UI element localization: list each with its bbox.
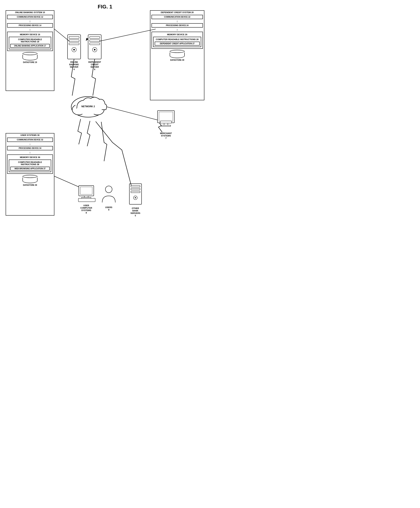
svg-point-50 <box>105 186 112 193</box>
svg-point-15 <box>92 47 97 52</box>
svg-text:NETWORK 2: NETWORK 2 <box>81 105 95 108</box>
svg-text:USERS: USERS <box>105 206 112 209</box>
datastore-19: DATASTORE 19 <box>6 52 54 63</box>
app-27: DEPENDENT CREDIT APPLICATION 27 <box>155 42 200 45</box>
svg-rect-34 <box>159 112 173 121</box>
proc-device-24: PROCESSING DEVICE 24 <box>151 23 203 28</box>
svg-line-22 <box>99 29 156 41</box>
figure-title: FIG. 1 <box>4 4 206 10</box>
svg-rect-13 <box>90 40 100 42</box>
svg-point-27 <box>87 99 101 111</box>
svg-text:1: 1 <box>94 34 95 37</box>
svg-point-58 <box>135 197 136 198</box>
svg-rect-14 <box>90 43 100 45</box>
proc-device-34: PROCESSING DEVICE 34 <box>7 146 53 150</box>
memory-device-26-title: MEMORY DEVICE 26 <box>153 33 202 36</box>
memory-device-36-title: MEMORY DEVICE 36 <box>8 156 52 159</box>
user-systems-box: USER SYSTEMS 30 COMMUNICATION DEVICE 32 … <box>6 133 54 216</box>
app-37: WEB BROWSING APPLICATION 37 <box>10 167 50 171</box>
svg-text:CREDIT: CREDIT <box>91 63 99 66</box>
svg-text:4: 4 <box>74 68 75 70</box>
svg-text:BANK: BANK <box>132 209 138 212</box>
svg-rect-41 <box>79 186 94 196</box>
app-17: ONLINE BANKING APPLICATION 17 <box>10 44 50 48</box>
comm-device-22: COMMUNICATION DEVICE 22 <box>151 15 203 19</box>
svg-text:COMPUTER: COMPUTER <box>80 207 92 209</box>
svg-text:SYSTEMS: SYSTEMS <box>161 134 171 137</box>
svg-point-28 <box>74 107 102 114</box>
svg-text:SERVER: SERVER <box>90 66 99 68</box>
svg-text:6: 6 <box>94 68 95 70</box>
svg-text:SYSTEMS: SYSTEMS <box>81 209 91 211</box>
svg-rect-35 <box>164 123 168 126</box>
svg-point-6 <box>73 49 75 50</box>
svg-text:ONLINE: ONLINE <box>70 61 78 63</box>
svg-rect-54 <box>131 186 140 187</box>
arrow-6: ↕ <box>6 151 54 154</box>
comm-device-32: COMMUNICATION DEVICE 32 <box>7 138 53 142</box>
arrow-3: ↕ <box>150 20 204 22</box>
svg-text:MERCHANT: MERCHANT <box>160 132 172 134</box>
svg-point-24 <box>72 105 85 115</box>
svg-line-21 <box>54 29 69 41</box>
arrow-1: ↕ <box>6 20 54 22</box>
svg-rect-42 <box>80 187 92 194</box>
svg-rect-33 <box>158 111 174 123</box>
svg-point-57 <box>134 196 137 200</box>
cri-18-title: COMPUTER READABLE INSTRUCTIONS 18 <box>10 38 50 43</box>
svg-text:SERVER: SERVER <box>70 66 78 68</box>
svg-point-5 <box>72 47 76 52</box>
svg-point-25 <box>91 105 104 115</box>
svg-rect-37 <box>160 121 172 123</box>
svg-text:BANKING: BANKING <box>69 63 79 66</box>
svg-rect-36 <box>161 125 171 126</box>
svg-line-32 <box>54 176 84 189</box>
svg-rect-1 <box>68 35 81 59</box>
svg-rect-2 <box>69 37 79 38</box>
arrow-4: ↕ <box>150 28 204 31</box>
svg-text:7: 7 <box>165 137 166 139</box>
svg-text:9: 9 <box>108 209 109 211</box>
svg-rect-55 <box>131 188 140 190</box>
svg-rect-11 <box>88 35 101 59</box>
svg-rect-45 <box>78 198 95 202</box>
svg-text:OTHER: OTHER <box>132 207 139 209</box>
svg-point-23 <box>71 97 105 117</box>
svg-rect-4 <box>69 43 79 45</box>
svg-point-16 <box>94 49 95 50</box>
svg-rect-12 <box>90 37 100 38</box>
cri-38-title: COMPUTER READABLE INSTRUCTIONS 38 <box>10 160 50 166</box>
svg-rect-3 <box>69 40 79 42</box>
dep-credit-system-title: DEPENDENT CREDIT SYSTEM 20 <box>150 11 204 14</box>
online-banking-system-title: ONLINE BANKING SYSTEM 10 <box>6 11 54 14</box>
proc-device-14: PROCESSING DEVICE 14 <box>7 23 53 28</box>
online-banking-system-box: ONLINE BANKING SYSTEM 10 COMMUNICATION D… <box>6 10 54 91</box>
svg-text:DEPENDENT: DEPENDENT <box>88 61 101 63</box>
svg-text:8: 8 <box>86 212 87 214</box>
svg-line-31 <box>107 107 158 120</box>
svg-rect-56 <box>131 191 140 193</box>
svg-text:5: 5 <box>135 214 136 217</box>
svg-rect-43 <box>84 196 88 198</box>
svg-text:SERVERS: SERVERS <box>130 212 140 214</box>
svg-rect-53 <box>129 184 142 204</box>
cri-28-title: COMPUTER READABLE INSTRUCTIONS 28 <box>154 38 200 41</box>
datastore-39-left: DATASTORE 39 <box>6 175 54 186</box>
datastore-39-right: DATASTORE 39 <box>150 50 204 61</box>
svg-text:USER: USER <box>83 204 89 207</box>
arrow-5: ↓ <box>6 143 54 145</box>
dependent-credit-system-box: DEPENDENT CREDIT SYSTEM 20 COMMUNICATION… <box>150 10 204 100</box>
user-systems-title: USER SYSTEMS 30 <box>6 134 54 137</box>
comm-device-12: COMMUNICATION DEVICE 12 <box>7 15 53 19</box>
svg-rect-44 <box>82 197 91 198</box>
svg-point-26 <box>75 99 90 111</box>
memory-device-16-title: MEMORY DEVICE 16 <box>8 33 52 36</box>
arrow-2: ↕ <box>6 28 54 31</box>
